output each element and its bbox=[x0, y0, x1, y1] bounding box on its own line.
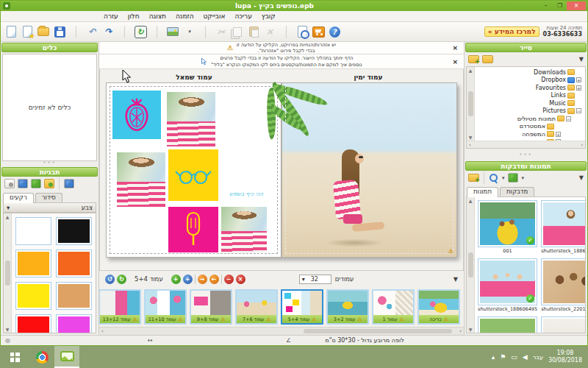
language-indicator[interactable]: עבר bbox=[533, 354, 543, 361]
scroll-thumb[interactable] bbox=[5, 261, 10, 286]
tree-item[interactable]: Favourites + bbox=[475, 84, 583, 92]
tree-scrollbar[interactable]: ▲▼ bbox=[467, 67, 475, 141]
sync-project-button[interactable]: ↻ bbox=[133, 24, 148, 40]
scroll-down-icon[interactable]: ▼ bbox=[469, 327, 473, 332]
snap-icon[interactable]: ◎ bbox=[5, 336, 10, 345]
scroll-thumb[interactable] bbox=[468, 252, 473, 277]
cut-button[interactable]: ✂ bbox=[214, 24, 229, 40]
volume-icon[interactable]: ◀ bbox=[523, 353, 528, 361]
photo-thumbnail[interactable]: ✓ bbox=[541, 316, 585, 333]
separator[interactable] bbox=[68, 24, 83, 40]
amber[interactable] bbox=[15, 250, 51, 277]
panel-menu-caret[interactable]: ▼ bbox=[579, 174, 584, 181]
redo-button[interactable]: ↷ bbox=[101, 24, 115, 40]
photo-frame[interactable] bbox=[117, 152, 165, 207]
photo-card[interactable]: ✓ bbox=[478, 316, 537, 333]
import-photos-icon[interactable] bbox=[468, 174, 479, 182]
scroll-thumb[interactable] bbox=[304, 329, 452, 333]
preview-button[interactable] bbox=[295, 24, 309, 40]
scroll-thumb[interactable] bbox=[468, 91, 473, 116]
page-thumbnail[interactable]: ⚠עמוד 7+6 bbox=[235, 289, 278, 325]
scroll-right-icon[interactable]: › bbox=[581, 142, 583, 148]
scroll-up-icon[interactable]: ▲ bbox=[469, 68, 473, 73]
separator[interactable] bbox=[195, 275, 196, 284]
page-thumbnail[interactable]: ⚠עמוד 5+4 bbox=[281, 289, 323, 325]
right-page[interactable]: ⚠ bbox=[282, 82, 457, 258]
page-thumbnail[interactable]: ⚠עמוד 9+8 bbox=[190, 289, 232, 325]
tab-arrangement[interactable]: סידור bbox=[35, 193, 62, 202]
display-icon[interactable]: ▭ bbox=[511, 353, 517, 361]
tab-photos[interactable]: תמונות bbox=[467, 187, 498, 197]
warnings-notification[interactable]: ⚠ יש אזהרות/הנחיות בפרויקט, הקליקו על הו… bbox=[99, 42, 464, 54]
close-button[interactable]: × bbox=[567, 1, 586, 10]
bleed-notification[interactable]: הדף יחתך בתהליך הייצור. הקליקו על הודעה … bbox=[99, 54, 464, 69]
open-folder-icon[interactable] bbox=[482, 55, 493, 63]
filmstrip-menu-caret[interactable]: ▼ bbox=[453, 276, 458, 283]
orange[interactable] bbox=[56, 250, 92, 277]
save-project-button[interactable] bbox=[52, 24, 67, 40]
move-tool-icon[interactable]: ↔ bbox=[148, 336, 153, 345]
add-folder-icon[interactable] bbox=[468, 55, 479, 63]
scroll-up-icon[interactable]: ▲ bbox=[6, 214, 10, 219]
undo-button[interactable]: ↶ bbox=[85, 24, 99, 40]
taskbar-lupa-button[interactable] bbox=[54, 346, 79, 368]
hidden-icons-chevron[interactable]: ▴ bbox=[492, 353, 495, 361]
sunglasses-sticker[interactable] bbox=[168, 149, 218, 201]
filmstrip-scrollbar[interactable]: ‹ › bbox=[99, 327, 464, 335]
first-spread-button[interactable]: ↺ bbox=[105, 275, 115, 284]
magenta[interactable] bbox=[56, 314, 92, 333]
menu-item[interactable]: הזמנה bbox=[176, 13, 194, 20]
separator[interactable] bbox=[117, 24, 132, 40]
separator[interactable] bbox=[149, 24, 164, 40]
tree-expander[interactable]: − bbox=[566, 116, 571, 121]
manage-templates-icon[interactable] bbox=[64, 179, 74, 188]
chevron-down-icon[interactable]: ▾ bbox=[522, 175, 525, 181]
tree-item[interactable]: תמונות מטיולים − bbox=[475, 115, 583, 123]
separator[interactable] bbox=[198, 24, 212, 40]
order-cart-button[interactable] bbox=[311, 24, 326, 40]
scroll-left-icon[interactable]: ‹ bbox=[469, 142, 471, 148]
yellow[interactable] bbox=[15, 282, 51, 310]
scroll-right-icon[interactable]: › bbox=[459, 328, 462, 334]
edit-template-icon[interactable] bbox=[4, 179, 15, 188]
flag-icon[interactable]: ⚑ bbox=[500, 353, 506, 361]
page-thumbnail[interactable]: ⚠עמוד 11+10 bbox=[144, 289, 187, 325]
menu-item[interactable]: עריכה bbox=[234, 13, 251, 20]
tree-item[interactable]: המשפחה + bbox=[475, 130, 583, 138]
angle-tool-icon[interactable]: ∠ bbox=[286, 336, 291, 345]
photo-thumbnail[interactable]: ✓ bbox=[478, 316, 537, 333]
tree-item[interactable]: Music bbox=[475, 99, 583, 107]
maximize-button[interactable]: ❒ bbox=[553, 1, 567, 10]
strawberry-sticker[interactable] bbox=[112, 91, 161, 139]
menu-item[interactable]: קובץ bbox=[262, 13, 276, 20]
scroll-down-icon[interactable]: ▼ bbox=[469, 135, 473, 140]
separator[interactable] bbox=[221, 275, 222, 284]
tree-expander[interactable]: + bbox=[576, 77, 581, 82]
open-project-button[interactable] bbox=[36, 24, 51, 40]
color-section-header[interactable]: ▾ צבע bbox=[3, 202, 96, 213]
tree-expander[interactable]: − bbox=[576, 108, 581, 113]
tree-item[interactable]: Links bbox=[475, 92, 583, 100]
delete-button[interactable]: × bbox=[262, 24, 277, 40]
tan[interactable] bbox=[56, 282, 92, 310]
tree-item[interactable]: Downloads bbox=[475, 68, 583, 77]
photo-thumbnail[interactable]: ✓ bbox=[478, 258, 537, 305]
page-warning-icon[interactable]: ⚠ bbox=[448, 248, 453, 255]
photo-thumbnail[interactable]: ✓ bbox=[478, 200, 537, 247]
start-button[interactable] bbox=[0, 346, 29, 368]
page-caption-text[interactable]: הכי כיף בשמש bbox=[218, 191, 274, 197]
insert-pages-button[interactable]: + bbox=[183, 275, 193, 284]
tree-item[interactable]: Dropbox + bbox=[475, 77, 583, 85]
photo-card[interactable]: ✓ shutterstock_220136920 bbox=[541, 258, 585, 313]
copy-button[interactable] bbox=[230, 24, 245, 40]
scroll-left-icon[interactable]: ‹ bbox=[101, 328, 104, 334]
save-template-icon[interactable] bbox=[44, 179, 54, 188]
resize-grip[interactable]: ••• bbox=[465, 149, 587, 160]
photos-scrollbar[interactable]: ▲▼ bbox=[467, 197, 475, 333]
tree-item[interactable]: אמסטרדם bbox=[475, 123, 583, 131]
photo-card[interactable]: ✓ 001 bbox=[478, 200, 537, 255]
minimize-button[interactable]: – bbox=[539, 1, 553, 10]
separator[interactable] bbox=[279, 24, 293, 40]
move-page-forward-button[interactable]: → bbox=[198, 275, 207, 284]
popsicle-sticker[interactable] bbox=[168, 207, 218, 252]
